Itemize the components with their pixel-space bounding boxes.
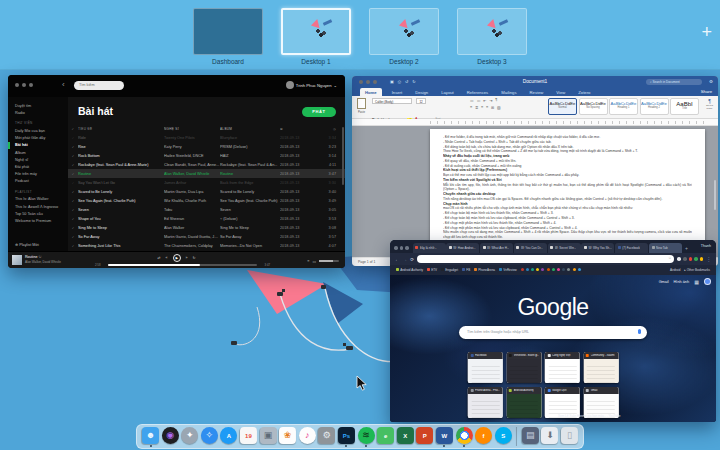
styles-pane-button[interactable]: ¶ Styles Pane (703, 98, 716, 110)
extension-icon[interactable] (700, 257, 704, 261)
search-input[interactable]: ⌕ Search in Document (646, 79, 702, 86)
song-artist[interactable]: Twenty One Pilots (164, 136, 220, 140)
sidebar-item[interactable]: Album (8, 149, 68, 156)
bookmark-favicon[interactable] (531, 268, 534, 271)
browser-tab[interactable]: (7) Facebook (615, 243, 648, 254)
song-album[interactable]: Rockabye (feat. Sean Paul & An... (220, 163, 280, 167)
bookmark-favicon[interactable] (573, 268, 576, 271)
forward-icon[interactable]: → (403, 257, 408, 262)
bookmark-star-icon[interactable]: ☆ (668, 256, 671, 260)
bookmark-favicon[interactable] (552, 268, 555, 271)
evernote[interactable]: e (377, 427, 394, 446)
sidebar-item[interactable]: Bài hát (8, 142, 68, 149)
song-album[interactable]: Seven (220, 208, 280, 212)
song-row[interactable]: ✓ Sing Me to Sleep Alan Walker Sing Me t… (68, 223, 345, 232)
song-row[interactable]: ✓ So Far Away Martin Garrix, David Guett… (68, 232, 345, 241)
extension-icon[interactable] (689, 257, 693, 261)
shortcut-tile[interactable]: Android Authority (506, 387, 541, 418)
page-link[interactable]: Hình ảnh (674, 280, 689, 284)
song-artist[interactable]: Clean Bandit, Sean Paul, Anne... (164, 163, 220, 167)
shortcut-tile[interactable]: Google Dịch (545, 387, 580, 418)
chrome-window[interactable]: Đây là nhữ... W: How Androi... W: What A… (390, 240, 716, 422)
queue-icon[interactable]: ≡ (307, 259, 309, 263)
sidebar-item[interactable]: Daily Mix của bạn (8, 127, 68, 134)
browser-tab[interactable]: W: How Androi... (446, 243, 479, 254)
photoshop[interactable]: Ps (338, 427, 355, 446)
song-album[interactable]: Scared to Be Lonely (220, 190, 280, 194)
ribbon-tab[interactable]: Design (412, 89, 431, 96)
song-title[interactable]: Something Just Like This (78, 244, 164, 248)
song-title[interactable]: So Far Away (78, 235, 164, 239)
song-row[interactable]: ✓ Shape of You Ed Sheeran ÷ (Deluxe) 201… (68, 214, 345, 223)
shortcut-tile[interactable]: Community - Xiaomi (583, 352, 618, 383)
alignment-icon[interactable]: ≡ (486, 105, 488, 110)
font-size-select[interactable]: 12 (416, 98, 426, 104)
song-album[interactable]: PRISM (Deluxe) (220, 145, 280, 149)
microphone-icon[interactable] (638, 329, 641, 334)
back-icon[interactable]: ‹ (62, 80, 65, 89)
browser-tab[interactable]: Đây là nhữ... (413, 243, 446, 254)
other-bookmarks-folder[interactable]: ▸ Other Bookmarks (684, 268, 710, 272)
calendar[interactable]: 19 (240, 427, 257, 446)
ribbon-tab[interactable]: View (553, 89, 568, 96)
song-album[interactable]: ÷ (Deluxe) (220, 217, 280, 221)
traffic-lights[interactable] (15, 83, 33, 87)
page-link[interactable]: Gmail (659, 280, 669, 284)
bookmark-favicon[interactable] (526, 268, 529, 271)
space-thumbnail[interactable] (457, 8, 527, 55)
shortcut-tile[interactable]: Phone Arena - Pho... (468, 387, 503, 418)
safari[interactable]: ✧ (201, 427, 218, 446)
bookmark-favicon[interactable] (578, 268, 581, 271)
avatar[interactable] (704, 278, 712, 286)
song-artist[interactable]: James Arthur (164, 181, 220, 185)
style-chip[interactable]: AaBbCcDdEe Heading 1 (609, 98, 638, 115)
spotify[interactable]: ≋ (358, 427, 375, 446)
song-artist[interactable]: The Chainsmokers, Coldplay (164, 244, 220, 248)
browser-tab[interactable]: W: You Can Dr... (514, 243, 547, 254)
song-artist[interactable]: Tobu (164, 208, 220, 212)
song-title[interactable]: Say You Won't Let Go (78, 181, 164, 185)
skype[interactable]: S (495, 427, 512, 446)
font-name-select[interactable]: Calibri (Body) (372, 98, 412, 104)
space-thumbnail[interactable] (193, 8, 263, 55)
bookmark-favicon[interactable] (541, 268, 544, 271)
devices-icon[interactable]: ▭ (312, 259, 316, 264)
paragraph-icon[interactable]: ⇥ (489, 98, 492, 103)
paragraph-icon[interactable]: ¶ (495, 98, 497, 103)
bookmark-favicon[interactable] (567, 268, 570, 271)
new-tab-button[interactable]: + (685, 245, 688, 251)
ribbon-tab[interactable]: Layout (438, 89, 457, 96)
browser-tab[interactable]: W: What Are H... (480, 243, 513, 254)
trash[interactable]: ▯ (561, 427, 578, 446)
song-title[interactable]: Rockabye (feat. Sean Paul & Anne-Marie) (78, 163, 164, 167)
sidebar-playlist-item[interactable]: Top 50 Toàn cầu (8, 210, 68, 217)
paragraph-icon[interactable]: ⇤ (483, 98, 486, 103)
song-row[interactable]: ✓ Rock Bottom Hailee Steinfeld, DNCE HAI… (68, 151, 345, 160)
song-album[interactable]: Back from the Edge (220, 181, 280, 185)
shortcut-tile[interactable]: Công nghệ Việt (545, 352, 580, 383)
bookmark-item[interactable]: FB (462, 268, 470, 272)
style-chip[interactable]: AaBbI Title (670, 98, 699, 115)
song-title[interactable]: Ride (78, 136, 164, 140)
bookmark-item[interactable]: VnReview (499, 268, 517, 272)
song-title[interactable]: Shape of You (78, 217, 164, 221)
alignment-icon[interactable]: ▨ (497, 105, 501, 110)
shortcut-tile[interactable]: Facebook (468, 352, 503, 383)
style-chip[interactable]: AaBbCcDdEe No Spacing (579, 98, 608, 115)
alignment-icon[interactable]: ≡ (481, 105, 483, 110)
song-row[interactable]: ✓ Routine Alan Walker, David Whistle Rou… (68, 169, 345, 178)
shortcut-tile[interactable]: Gmail (583, 387, 618, 418)
song-title[interactable]: Scared to Be Lonely (78, 190, 164, 194)
column-artist[interactable]: NGHỆ SĨ (164, 127, 220, 131)
ribbon-tab[interactable]: Review (527, 89, 547, 96)
new-playlist-button[interactable]: ⊕ Playlist Mới (15, 242, 39, 247)
extension-icon[interactable] (677, 257, 681, 261)
song-artist[interactable]: Katy Perry (164, 145, 220, 149)
powerpoint[interactable]: P (416, 427, 433, 446)
space-desktop-2[interactable]: Desktop 2 (369, 8, 439, 65)
launchpad[interactable]: ✦ (181, 427, 198, 446)
stack-downloads[interactable]: ⬇ (541, 427, 558, 446)
song-artist[interactable]: Martin Garrix, Dua Lipa (164, 190, 220, 194)
sidebar-item[interactable]: Podcast (8, 178, 68, 185)
column-album[interactable]: ALBUM (220, 127, 280, 131)
